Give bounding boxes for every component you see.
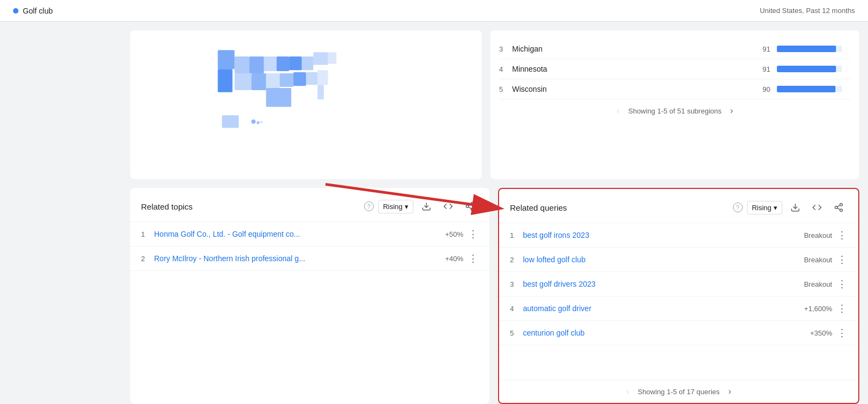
chevron-down-icon: ▾ <box>405 203 409 211</box>
query-name[interactable]: best golf drivers 2023 <box>523 280 804 288</box>
topic-name[interactable]: Rory McIlroy - Northern Irish profession… <box>154 254 445 263</box>
related-queries-body: 1 best golf irons 2023 Breakout ⋮ 2 low … <box>499 223 858 380</box>
related-topics-filter[interactable]: Rising ▾ <box>378 200 413 213</box>
related-queries-filter[interactable]: Rising ▾ <box>747 201 782 214</box>
svg-point-32 <box>840 209 843 212</box>
query-value: Breakout <box>804 231 832 239</box>
related-topics-header: Related topics ? Rising ▾ <box>130 188 489 222</box>
svg-line-27 <box>468 207 471 209</box>
related-queries-download[interactable] <box>787 199 804 216</box>
related-topics-embed[interactable] <box>439 198 457 215</box>
query-rank: 2 <box>510 256 523 264</box>
svg-rect-9 <box>234 73 251 90</box>
related-queries-footer: ‹ Showing 1-5 of 17 queries › <box>499 380 858 403</box>
top-section: 3 Michigan 91 ⋮ 4 Minnesota 91 ⋮ 5 Wisco… <box>130 30 868 188</box>
topic-menu[interactable]: ⋮ <box>468 253 478 264</box>
related-topics-download[interactable] <box>418 198 435 215</box>
svg-rect-10 <box>251 73 266 90</box>
subregion-next[interactable]: › <box>730 106 733 116</box>
queries-prev[interactable]: ‹ <box>626 387 629 396</box>
subregion-bar <box>777 66 836 72</box>
topic-menu[interactable]: ⋮ <box>468 229 478 239</box>
svg-rect-6 <box>302 56 313 70</box>
query-menu[interactable]: ⋮ <box>837 254 847 265</box>
related-queries-embed[interactable] <box>808 199 826 216</box>
svg-rect-4 <box>277 56 289 71</box>
map-card <box>130 30 482 179</box>
svg-rect-18 <box>218 69 232 92</box>
related-topics-share[interactable] <box>461 198 478 215</box>
subregion-pagination: ‹ Showing 1-5 of 51 subregions › <box>499 99 851 116</box>
query-row: 4 automatic golf driver +1,600% ⋮ <box>499 296 858 321</box>
query-rank: 1 <box>510 231 523 239</box>
related-queries-share[interactable] <box>830 199 847 216</box>
subregion-options[interactable]: ⋮ <box>842 45 851 53</box>
subregion-options[interactable]: ⋮ <box>842 85 851 93</box>
svg-point-22 <box>260 121 263 123</box>
query-menu[interactable]: ⋮ <box>837 327 847 338</box>
subregion-options[interactable]: ⋮ <box>842 65 851 73</box>
topic-value: +40% <box>445 255 463 263</box>
topic-title: Golf club <box>23 7 53 15</box>
content-container: 3 Michigan 91 ⋮ 4 Minnesota 91 ⋮ 5 Wisco… <box>130 30 868 404</box>
query-menu[interactable]: ⋮ <box>837 230 847 241</box>
related-topics-panel: Related topics ? Rising ▾ <box>130 188 489 404</box>
svg-rect-19 <box>222 115 239 128</box>
subregion-name: Minnesota <box>512 65 763 73</box>
query-row: 2 low lofted golf club Breakout ⋮ <box>499 248 858 272</box>
svg-rect-11 <box>266 73 279 88</box>
topic-dot <box>13 8 18 14</box>
subregion-row: 5 Wisconsin 90 ⋮ <box>499 79 851 99</box>
related-topics-body: 1 Honma Golf Co., Ltd. - Golf equipment … <box>130 222 489 404</box>
subregion-row: 3 Michigan 91 ⋮ <box>499 39 851 59</box>
related-topics-title: Related topics <box>141 202 360 211</box>
queries-next[interactable]: › <box>729 387 731 396</box>
related-queries-title: Related queries <box>510 203 729 212</box>
svg-point-20 <box>251 119 256 124</box>
svg-rect-15 <box>317 70 328 85</box>
main-content: 3 Michigan 91 ⋮ 4 Minnesota 91 ⋮ 5 Wisco… <box>0 22 868 404</box>
us-map-svg <box>192 40 420 170</box>
query-menu[interactable]: ⋮ <box>837 303 847 314</box>
svg-rect-0 <box>218 50 234 69</box>
query-row: 1 best golf irons 2023 Breakout ⋮ <box>499 223 858 248</box>
subregion-bar-container <box>777 66 842 72</box>
svg-line-33 <box>837 208 840 210</box>
svg-rect-8 <box>328 52 336 64</box>
topic-value: +50% <box>445 230 463 238</box>
top-bar: Golf club United States, Past 12 months <box>0 0 868 22</box>
query-row: 5 centurion golf club +350% ⋮ <box>499 321 858 345</box>
topic-name[interactable]: Honma Golf Co., Ltd. - Golf equipment co… <box>154 230 445 238</box>
svg-point-25 <box>466 205 469 208</box>
chevron-down-icon: ▾ <box>774 204 777 212</box>
svg-rect-17 <box>317 85 324 99</box>
query-menu[interactable]: ⋮ <box>837 279 847 289</box>
query-name[interactable]: low lofted golf club <box>523 255 804 264</box>
query-name[interactable]: centurion golf club <box>523 329 810 337</box>
query-rank: 4 <box>510 305 523 313</box>
query-name[interactable]: best golf irons 2023 <box>523 231 804 239</box>
query-value: Breakout <box>804 280 832 288</box>
region-time: United States, Past 12 months <box>760 7 855 15</box>
related-topics-help[interactable]: ? <box>364 201 374 211</box>
subregion-prev[interactable]: ‹ <box>617 106 620 116</box>
subregion-list: 3 Michigan 91 ⋮ 4 Minnesota 91 ⋮ 5 Wisco… <box>499 39 851 99</box>
topic-rank: 1 <box>141 230 154 238</box>
subregion-bar-container <box>777 46 842 52</box>
query-value: Breakout <box>804 256 832 264</box>
related-queries-help[interactable]: ? <box>733 203 743 212</box>
subregion-pagination-text: Showing 1-5 of 51 subregions <box>628 107 722 115</box>
svg-rect-5 <box>289 56 302 70</box>
svg-line-34 <box>837 205 840 207</box>
subregion-value: 91 <box>763 65 770 73</box>
svg-rect-13 <box>293 72 306 86</box>
query-name[interactable]: automatic golf driver <box>523 304 804 313</box>
top-bar-left: Golf club <box>13 7 53 15</box>
related-queries-header: Related queries ? Rising ▾ <box>499 189 858 223</box>
subregion-rank: 3 <box>499 45 512 53</box>
query-row: 3 best golf drivers 2023 Breakout ⋮ <box>499 272 858 296</box>
svg-rect-3 <box>264 56 277 71</box>
svg-point-31 <box>835 206 838 209</box>
query-rank: 5 <box>510 329 523 337</box>
svg-rect-14 <box>306 72 317 85</box>
